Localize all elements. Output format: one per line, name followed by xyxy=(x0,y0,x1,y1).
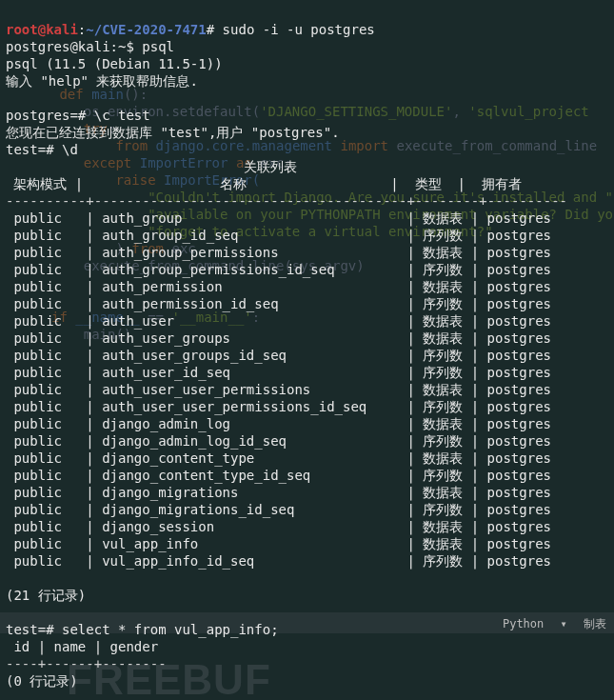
table-row: public | vul_app_info | 数据表 | postgres xyxy=(6,536,551,551)
table-row: public | auth_group_permissions_id_seq |… xyxy=(6,262,551,277)
prompt-hash: # xyxy=(207,22,214,37)
table-row: public | auth_group | 数据表 | postgres xyxy=(6,210,551,226)
table-title: 关联列表 xyxy=(6,159,297,174)
row-count: (21 行记录) xyxy=(6,588,86,603)
table-row: public | auth_group_id_seq | 序列数 | postg… xyxy=(6,228,551,243)
psql-help-hint: 输入 "help" 来获取帮助信息. xyxy=(6,73,198,89)
line-psql-login: postgres@kali:~$ psql xyxy=(6,39,174,54)
table-row: public | auth_user | 数据表 | postgres xyxy=(6,313,551,329)
table-row: public | django_session | 数据表 | postgres xyxy=(6,519,551,534)
select-sep: ----+------+-------- xyxy=(6,656,167,671)
table-row: public | auth_user_user_permissions_id_s… xyxy=(6,399,551,414)
table-row: public | django_admin_log | 数据表 | postgr… xyxy=(6,416,551,431)
table-row: public | django_content_type | 数据表 | pos… xyxy=(6,450,551,466)
table-row: public | auth_user_id_seq | 序列数 | postgr… xyxy=(6,365,551,380)
table-row: public | auth_permission | 数据表 | postgre… xyxy=(6,279,551,294)
psql-version: psql (11.5 (Debian 11.5-1)) xyxy=(6,56,223,71)
table-row: public | django_migrations | 数据表 | postg… xyxy=(6,485,551,500)
cmd-connect: postgres=# \c test xyxy=(6,108,150,123)
table-separator: ----------+-----------------------------… xyxy=(6,193,567,209)
table-row: public | auth_group_permissions | 数据表 | … xyxy=(6,245,551,260)
table-row: public | auth_user_user_permissions | 数据… xyxy=(6,382,551,397)
table-row: public | vul_app_info_id_seq | 序列数 | pos… xyxy=(6,553,551,569)
table-row: public | django_admin_log_id_seq | 序列数 |… xyxy=(6,433,551,449)
prompt-cwd: ~/CVE-2020-7471 xyxy=(86,22,206,37)
select-header: id | name | gender xyxy=(6,639,158,654)
terminal-output[interactable]: root@kali:~/CVE-2020-7471# sudo -i -u po… xyxy=(0,0,614,700)
table-row: public | django_content_type_id_seq | 序列… xyxy=(6,468,551,483)
prompt-user: root@kali xyxy=(6,22,78,37)
table-row: public | auth_permission_id_seq | 序列数 | … xyxy=(6,296,551,311)
cmd-sudo: sudo -i -u postgres xyxy=(214,22,375,37)
select-count: (0 行记录) xyxy=(6,673,78,689)
table-header: 架构模式 | 名称 | 类型 | 拥有者 xyxy=(6,176,522,191)
cmd-select: test=# select * from vul_app_info; xyxy=(6,622,279,637)
table-row: public | auth_user_groups | 数据表 | postgr… xyxy=(6,330,551,346)
table-row: public | django_migrations_id_seq | 序列数 … xyxy=(6,502,551,517)
cmd-d: test=# \d xyxy=(6,142,78,157)
msg-connected: 您现在已经连接到数据库 "test",用户 "postgres". xyxy=(6,125,340,140)
table-row: public | auth_user_groups_id_seq | 序列数 |… xyxy=(6,348,551,363)
